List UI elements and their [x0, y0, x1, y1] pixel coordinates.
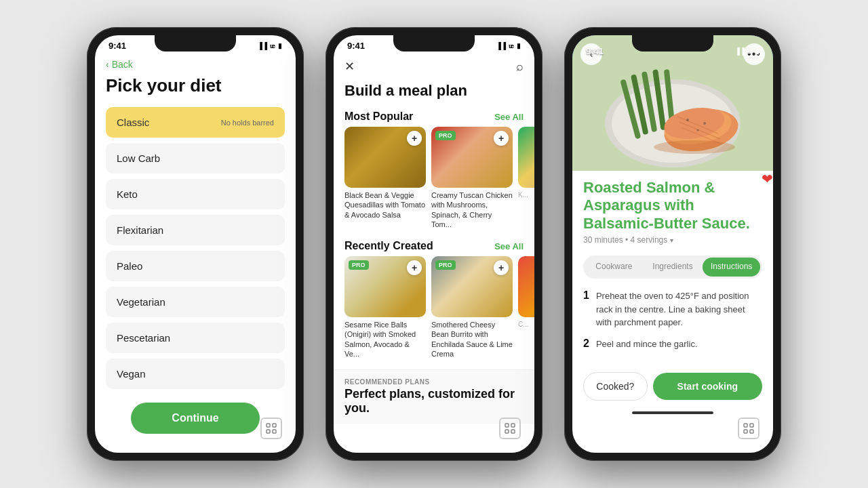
phone-2-content: ✕ ⌕ Build a meal plan Most Popular See A…: [334, 54, 534, 449]
recommended-section: RECOMMENDED PLANS Perfect plans, customi…: [334, 369, 534, 424]
phone-1-content: ‹ Back Pick your diet Classic No holds b…: [95, 54, 296, 449]
diet-item-pescetarian[interactable]: Pescetarian: [106, 323, 285, 353]
popular-meals-grid: + Black Bean & Veggie Quesadillas with T…: [334, 127, 534, 235]
add-meal-5[interactable]: +: [494, 260, 509, 275]
wifi-icon-3: ᵫ: [747, 47, 753, 56]
close-icon[interactable]: ✕: [344, 59, 355, 74]
diet-options-list: Classic No holds barred Low Carb Keto Fl…: [95, 107, 296, 389]
ar-button-3[interactable]: [738, 418, 760, 439]
status-time-2: 9:41: [347, 41, 365, 51]
diet-item-vegan[interactable]: Vegan: [106, 359, 285, 389]
diet-item-classic[interactable]: Classic No holds barred: [106, 107, 285, 138]
meal-image-6: +: [518, 256, 534, 317]
meal-card-5[interactable]: PRO + Smothered Cheesy Bean Burrito with…: [431, 256, 513, 359]
diet-item-paleo[interactable]: Paleo: [106, 251, 285, 281]
meal-name-1: Black Bean & Veggie Quesadillas with Tom…: [344, 190, 426, 220]
diet-item-flexitarian[interactable]: Flexitarian: [106, 215, 285, 245]
meal-image-2: PRO +: [431, 127, 513, 188]
wifi-icon-1: ᵫ: [270, 42, 275, 50]
recently-created-label: Recently Created: [344, 240, 433, 252]
meal-name-5: Smothered Cheesy Bean Burrito with Enchi…: [431, 320, 513, 359]
step-1: 1 Preheat the oven to 425°F and position…: [583, 289, 762, 329]
add-meal-2[interactable]: +: [494, 131, 509, 146]
ar-button-2[interactable]: [499, 418, 521, 439]
recipe-title-text: Roasted Salmon & Asparagus with Balsamic…: [583, 179, 746, 232]
start-cooking-button[interactable]: Start cooking: [653, 373, 762, 400]
diet-label-paleo: Paleo: [117, 260, 142, 272]
search-icon[interactable]: ⌕: [516, 60, 524, 74]
phone-3-content: Roasted Salmon & Asparagus with Balsamic…: [572, 171, 773, 406]
meal-card-4[interactable]: PRO + Sesame Rice Balls (Onigiri) with S…: [344, 256, 426, 359]
signal-icon-3: ▐▐: [735, 47, 745, 55]
status-icons-3: ▐▐ ᵫ ▮: [735, 47, 760, 56]
battery-icon-2: ▮: [517, 42, 521, 49]
diet-tag-classic: No holds barred: [221, 119, 274, 127]
meal-image-1: +: [344, 127, 426, 188]
tab-instructions[interactable]: Instructions: [703, 258, 760, 277]
phone-2-notch: [393, 35, 475, 52]
tab-cookware[interactable]: Cookware: [585, 258, 643, 277]
status-time-3: 9:41: [586, 46, 604, 56]
recipe-title-dot: .: [746, 215, 750, 232]
diet-item-keto[interactable]: Keto: [106, 179, 285, 209]
meal-card-6[interactable]: + C...: [518, 256, 534, 359]
ar-button-1[interactable]: [260, 418, 282, 439]
recommended-label: RECOMMENDED PLANS: [344, 378, 524, 386]
step-1-text: Preheat the oven to 425°F and position r…: [596, 289, 762, 329]
meal-plan-header: ✕ ⌕: [334, 54, 534, 79]
status-time-1: 9:41: [108, 41, 126, 51]
meal-card-1[interactable]: + Black Bean & Veggie Quesadillas with T…: [344, 127, 426, 229]
battery-icon-1: ▮: [278, 42, 282, 49]
meal-name-6: C...: [518, 320, 534, 329]
phone-1-screen: 9:41 ▐▐ ᵫ ▮ ‹ Back Pick your diet Classi…: [95, 35, 296, 453]
step-2-text: Peel and mince the garlic.: [596, 338, 698, 351]
pro-badge-2: PRO: [435, 131, 456, 140]
see-all-recent[interactable]: See All: [494, 241, 524, 251]
dropdown-icon[interactable]: ▾: [670, 237, 673, 244]
recipe-tab-bar: Cookware Ingredients Instructions: [583, 256, 762, 279]
phone-1-notch: [155, 35, 236, 52]
back-button[interactable]: ‹ Back: [95, 54, 296, 73]
step-1-num: 1: [583, 289, 589, 329]
back-label: Back: [112, 59, 133, 70]
page-title-1: Pick your diet: [95, 73, 296, 107]
battery-icon-3: ▮: [755, 47, 760, 55]
meal-image-4: PRO +: [344, 256, 426, 317]
step-2: 2 Peel and mince the garlic.: [583, 338, 762, 351]
diet-label-vegan: Vegan: [117, 368, 146, 380]
svg-rect-0: [267, 424, 270, 427]
add-meal-4[interactable]: +: [407, 260, 422, 275]
tab-ingredients[interactable]: Ingredients: [644, 258, 702, 277]
svg-rect-7: [511, 430, 515, 433]
recipe-title: Roasted Salmon & Asparagus with Balsamic…: [583, 179, 762, 232]
most-popular-label: Most Popular: [344, 110, 413, 123]
most-popular-header: Most Popular See All: [334, 105, 534, 127]
phone-1: 9:41 ▐▐ ᵫ ▮ ‹ Back Pick your diet Classi…: [87, 27, 304, 461]
cooked-button[interactable]: Cooked?: [583, 372, 648, 401]
status-icons-2: ▐▐ ᵫ ▮: [496, 42, 521, 50]
wifi-icon-2: ᵫ: [509, 42, 514, 50]
pro-badge-5: PRO: [435, 260, 456, 270]
status-icons-1: ▐▐ ᵫ ▮: [258, 42, 282, 50]
add-meal-1[interactable]: +: [407, 131, 422, 146]
recommended-title: Perfect plans, customized for you.: [344, 387, 524, 415]
recently-created-header: Recently Created See All: [334, 235, 534, 256]
see-all-popular[interactable]: See All: [494, 112, 524, 122]
tab-ingredients-label: Ingredients: [652, 262, 692, 271]
svg-rect-1: [273, 424, 276, 427]
diet-item-vegetarian[interactable]: Vegetarian: [106, 287, 285, 317]
svg-point-25: [697, 129, 699, 131]
meal-card-2[interactable]: PRO + Creamy Tuscan Chicken with Mushroo…: [431, 127, 513, 229]
action-bar: Cooked? Start cooking: [572, 367, 773, 406]
home-indicator-3: [632, 411, 713, 414]
heart-button[interactable]: ❤: [762, 171, 773, 187]
svg-rect-3: [273, 430, 276, 433]
continue-button[interactable]: Continue: [131, 403, 259, 434]
meal-plan-title: Build a meal plan: [334, 79, 534, 105]
meal-card-3[interactable]: + K...: [518, 127, 534, 229]
svg-rect-26: [744, 424, 747, 427]
diet-label-classic: Classic: [117, 117, 149, 128]
diet-item-lowcarb[interactable]: Low Carb: [106, 143, 285, 174]
meal-image-3: +: [518, 127, 534, 188]
recipe-info: Roasted Salmon & Asparagus with Balsamic…: [572, 171, 773, 253]
